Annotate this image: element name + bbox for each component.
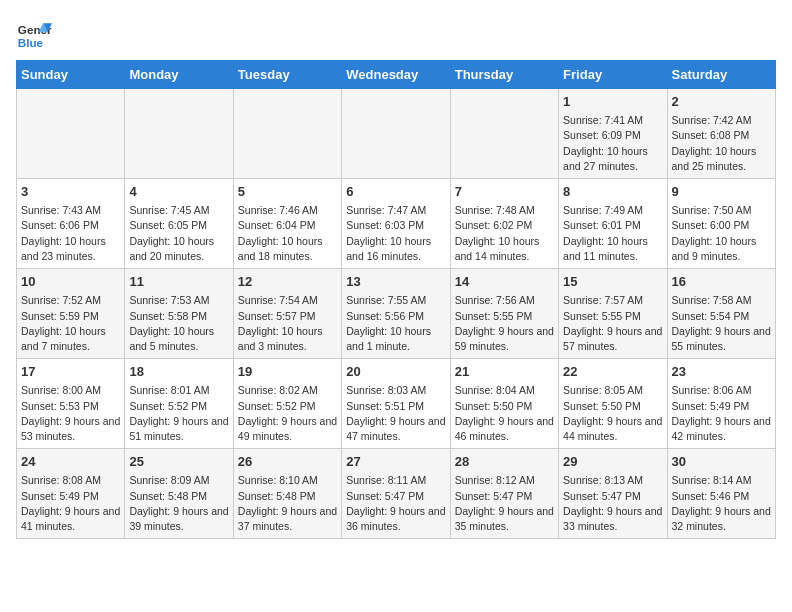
logo: General Blue xyxy=(16,16,52,52)
calendar-cell: 6Sunrise: 7:47 AM Sunset: 6:03 PM Daylig… xyxy=(342,179,450,269)
weekday-header-thursday: Thursday xyxy=(450,61,558,89)
calendar-cell: 29Sunrise: 8:13 AM Sunset: 5:47 PM Dayli… xyxy=(559,449,667,539)
calendar-cell: 3Sunrise: 7:43 AM Sunset: 6:06 PM Daylig… xyxy=(17,179,125,269)
calendar-cell: 27Sunrise: 8:11 AM Sunset: 5:47 PM Dayli… xyxy=(342,449,450,539)
calendar-cell xyxy=(450,89,558,179)
week-row-1: 1Sunrise: 7:41 AM Sunset: 6:09 PM Daylig… xyxy=(17,89,776,179)
day-info: Sunrise: 8:03 AM Sunset: 5:51 PM Dayligh… xyxy=(346,383,445,444)
weekday-header-row: SundayMondayTuesdayWednesdayThursdayFrid… xyxy=(17,61,776,89)
calendar-cell: 26Sunrise: 8:10 AM Sunset: 5:48 PM Dayli… xyxy=(233,449,341,539)
week-row-2: 3Sunrise: 7:43 AM Sunset: 6:06 PM Daylig… xyxy=(17,179,776,269)
day-info: Sunrise: 7:42 AM Sunset: 6:08 PM Dayligh… xyxy=(672,113,771,174)
calendar-cell: 25Sunrise: 8:09 AM Sunset: 5:48 PM Dayli… xyxy=(125,449,233,539)
day-number: 18 xyxy=(129,363,228,381)
calendar-cell: 8Sunrise: 7:49 AM Sunset: 6:01 PM Daylig… xyxy=(559,179,667,269)
day-number: 11 xyxy=(129,273,228,291)
day-number: 10 xyxy=(21,273,120,291)
day-number: 1 xyxy=(563,93,662,111)
day-number: 13 xyxy=(346,273,445,291)
calendar-cell: 30Sunrise: 8:14 AM Sunset: 5:46 PM Dayli… xyxy=(667,449,775,539)
day-number: 17 xyxy=(21,363,120,381)
calendar-cell: 15Sunrise: 7:57 AM Sunset: 5:55 PM Dayli… xyxy=(559,269,667,359)
day-info: Sunrise: 7:48 AM Sunset: 6:02 PM Dayligh… xyxy=(455,203,554,264)
calendar-cell: 20Sunrise: 8:03 AM Sunset: 5:51 PM Dayli… xyxy=(342,359,450,449)
day-number: 28 xyxy=(455,453,554,471)
week-row-4: 17Sunrise: 8:00 AM Sunset: 5:53 PM Dayli… xyxy=(17,359,776,449)
day-info: Sunrise: 8:02 AM Sunset: 5:52 PM Dayligh… xyxy=(238,383,337,444)
day-number: 15 xyxy=(563,273,662,291)
day-info: Sunrise: 8:10 AM Sunset: 5:48 PM Dayligh… xyxy=(238,473,337,534)
day-info: Sunrise: 8:04 AM Sunset: 5:50 PM Dayligh… xyxy=(455,383,554,444)
day-info: Sunrise: 7:52 AM Sunset: 5:59 PM Dayligh… xyxy=(21,293,120,354)
day-info: Sunrise: 8:08 AM Sunset: 5:49 PM Dayligh… xyxy=(21,473,120,534)
calendar-cell: 10Sunrise: 7:52 AM Sunset: 5:59 PM Dayli… xyxy=(17,269,125,359)
weekday-header-tuesday: Tuesday xyxy=(233,61,341,89)
day-info: Sunrise: 8:12 AM Sunset: 5:47 PM Dayligh… xyxy=(455,473,554,534)
day-number: 3 xyxy=(21,183,120,201)
day-number: 4 xyxy=(129,183,228,201)
day-number: 23 xyxy=(672,363,771,381)
day-info: Sunrise: 7:49 AM Sunset: 6:01 PM Dayligh… xyxy=(563,203,662,264)
day-info: Sunrise: 7:58 AM Sunset: 5:54 PM Dayligh… xyxy=(672,293,771,354)
day-number: 26 xyxy=(238,453,337,471)
logo-icon: General Blue xyxy=(16,16,52,52)
calendar-cell: 4Sunrise: 7:45 AM Sunset: 6:05 PM Daylig… xyxy=(125,179,233,269)
calendar-cell: 2Sunrise: 7:42 AM Sunset: 6:08 PM Daylig… xyxy=(667,89,775,179)
day-number: 7 xyxy=(455,183,554,201)
day-number: 12 xyxy=(238,273,337,291)
day-number: 6 xyxy=(346,183,445,201)
calendar-cell: 7Sunrise: 7:48 AM Sunset: 6:02 PM Daylig… xyxy=(450,179,558,269)
page-header: General Blue xyxy=(16,16,776,52)
day-number: 14 xyxy=(455,273,554,291)
calendar-cell: 16Sunrise: 7:58 AM Sunset: 5:54 PM Dayli… xyxy=(667,269,775,359)
calendar-cell: 18Sunrise: 8:01 AM Sunset: 5:52 PM Dayli… xyxy=(125,359,233,449)
calendar-cell: 19Sunrise: 8:02 AM Sunset: 5:52 PM Dayli… xyxy=(233,359,341,449)
week-row-3: 10Sunrise: 7:52 AM Sunset: 5:59 PM Dayli… xyxy=(17,269,776,359)
weekday-header-saturday: Saturday xyxy=(667,61,775,89)
day-info: Sunrise: 7:47 AM Sunset: 6:03 PM Dayligh… xyxy=(346,203,445,264)
day-number: 20 xyxy=(346,363,445,381)
weekday-header-sunday: Sunday xyxy=(17,61,125,89)
day-info: Sunrise: 8:00 AM Sunset: 5:53 PM Dayligh… xyxy=(21,383,120,444)
day-number: 9 xyxy=(672,183,771,201)
weekday-header-friday: Friday xyxy=(559,61,667,89)
calendar-cell: 21Sunrise: 8:04 AM Sunset: 5:50 PM Dayli… xyxy=(450,359,558,449)
calendar-cell: 24Sunrise: 8:08 AM Sunset: 5:49 PM Dayli… xyxy=(17,449,125,539)
day-info: Sunrise: 8:13 AM Sunset: 5:47 PM Dayligh… xyxy=(563,473,662,534)
day-info: Sunrise: 8:06 AM Sunset: 5:49 PM Dayligh… xyxy=(672,383,771,444)
day-info: Sunrise: 7:56 AM Sunset: 5:55 PM Dayligh… xyxy=(455,293,554,354)
day-number: 16 xyxy=(672,273,771,291)
day-info: Sunrise: 8:09 AM Sunset: 5:48 PM Dayligh… xyxy=(129,473,228,534)
day-info: Sunrise: 7:41 AM Sunset: 6:09 PM Dayligh… xyxy=(563,113,662,174)
calendar-cell: 11Sunrise: 7:53 AM Sunset: 5:58 PM Dayli… xyxy=(125,269,233,359)
day-number: 29 xyxy=(563,453,662,471)
day-info: Sunrise: 7:43 AM Sunset: 6:06 PM Dayligh… xyxy=(21,203,120,264)
calendar-cell: 1Sunrise: 7:41 AM Sunset: 6:09 PM Daylig… xyxy=(559,89,667,179)
day-number: 25 xyxy=(129,453,228,471)
day-info: Sunrise: 8:11 AM Sunset: 5:47 PM Dayligh… xyxy=(346,473,445,534)
day-number: 24 xyxy=(21,453,120,471)
weekday-header-monday: Monday xyxy=(125,61,233,89)
day-number: 5 xyxy=(238,183,337,201)
calendar-cell: 12Sunrise: 7:54 AM Sunset: 5:57 PM Dayli… xyxy=(233,269,341,359)
calendar-cell: 23Sunrise: 8:06 AM Sunset: 5:49 PM Dayli… xyxy=(667,359,775,449)
calendar-body: 1Sunrise: 7:41 AM Sunset: 6:09 PM Daylig… xyxy=(17,89,776,539)
calendar-cell: 5Sunrise: 7:46 AM Sunset: 6:04 PM Daylig… xyxy=(233,179,341,269)
weekday-header-wednesday: Wednesday xyxy=(342,61,450,89)
calendar-cell: 28Sunrise: 8:12 AM Sunset: 5:47 PM Dayli… xyxy=(450,449,558,539)
day-info: Sunrise: 8:01 AM Sunset: 5:52 PM Dayligh… xyxy=(129,383,228,444)
day-number: 8 xyxy=(563,183,662,201)
day-info: Sunrise: 8:14 AM Sunset: 5:46 PM Dayligh… xyxy=(672,473,771,534)
calendar-cell xyxy=(17,89,125,179)
day-info: Sunrise: 7:46 AM Sunset: 6:04 PM Dayligh… xyxy=(238,203,337,264)
day-info: Sunrise: 7:50 AM Sunset: 6:00 PM Dayligh… xyxy=(672,203,771,264)
day-info: Sunrise: 7:54 AM Sunset: 5:57 PM Dayligh… xyxy=(238,293,337,354)
day-info: Sunrise: 7:57 AM Sunset: 5:55 PM Dayligh… xyxy=(563,293,662,354)
calendar-cell xyxy=(233,89,341,179)
calendar-cell xyxy=(342,89,450,179)
day-number: 30 xyxy=(672,453,771,471)
day-info: Sunrise: 8:05 AM Sunset: 5:50 PM Dayligh… xyxy=(563,383,662,444)
day-info: Sunrise: 7:55 AM Sunset: 5:56 PM Dayligh… xyxy=(346,293,445,354)
day-number: 21 xyxy=(455,363,554,381)
day-info: Sunrise: 7:53 AM Sunset: 5:58 PM Dayligh… xyxy=(129,293,228,354)
